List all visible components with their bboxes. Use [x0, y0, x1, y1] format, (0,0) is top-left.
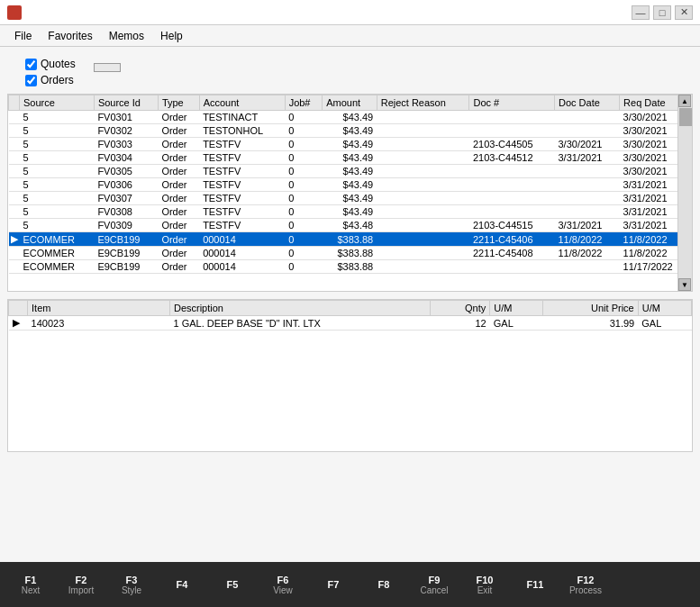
fkey-key-f8: F8 — [378, 579, 390, 590]
fkey-f12[interactable]: F12Process — [562, 573, 609, 597]
cell-source_id: FV0308 — [94, 205, 158, 219]
fkey-f7[interactable]: F7 — [310, 577, 357, 592]
cell-doc: 2103-C44512 — [469, 151, 555, 165]
cell-doc — [469, 192, 555, 205]
upper-scrollbar[interactable]: ▲ ▼ — [677, 95, 692, 291]
fkey-f2[interactable]: F2Import — [58, 573, 105, 597]
cell-source_id: E9CB199 — [94, 260, 158, 274]
scroll-down-arrow[interactable]: ▼ — [678, 278, 691, 291]
quotes-checkbox[interactable] — [25, 59, 37, 70]
cell-type: Order — [158, 219, 199, 232]
close-button[interactable]: ✕ — [675, 5, 693, 20]
cell-account: TESTFV — [199, 151, 285, 165]
cell-reject — [377, 138, 469, 151]
upper-table-row[interactable]: 5FV0302OrderTESTONHOL0$43.493/30/2021 — [9, 124, 692, 138]
menu-favorites[interactable]: Favorites — [41, 28, 99, 44]
cell-doc: 2211-C45406 — [469, 232, 555, 247]
upper-table-row[interactable]: ECOMMERE9CB199Order0000140$383.882211-C4… — [9, 247, 692, 260]
fkey-f10[interactable]: F10Exit — [461, 573, 508, 597]
cell-source_id: E9CB199 — [94, 232, 158, 247]
cell-source: 5 — [20, 111, 95, 124]
scroll-thumb[interactable] — [679, 108, 692, 126]
menu-bar: File Favorites Memos Help — [0, 25, 700, 47]
upper-table-row[interactable]: 5FV0303OrderTESTFV0$43.492103-C445053/30… — [9, 138, 692, 151]
col-doc: Doc # — [469, 95, 555, 111]
menu-memos[interactable]: Memos — [102, 28, 151, 44]
cell-doc_date — [554, 165, 619, 178]
cell-account: TESTFV — [199, 165, 285, 178]
cell-doc — [469, 111, 555, 124]
cell-account: TESTONHOL — [199, 124, 285, 138]
cell-source_id: FV0306 — [94, 178, 158, 192]
cell-doc_date: 3/30/2021 — [554, 138, 619, 151]
lower-col-arrow — [9, 301, 28, 316]
upper-table-row[interactable]: 5FV0306OrderTESTFV0$43.493/31/2021 — [9, 178, 692, 192]
cell-reject — [377, 247, 469, 260]
fkey-f4[interactable]: F4 — [159, 577, 205, 592]
upper-table-row[interactable]: ▶ECOMMERE9CB199Order0000140$383.882211-C… — [9, 232, 692, 247]
minimize-button[interactable]: — — [632, 5, 650, 20]
cell-reject — [377, 219, 469, 232]
fkey-f1[interactable]: F1Next — [7, 573, 54, 597]
upper-table-row[interactable]: 5FV0309OrderTESTFV0$43.482103-C445153/31… — [9, 219, 692, 232]
lower-cell-unit-price: 31.99 — [543, 316, 638, 331]
lower-table-header: Item Description Qnty U/M Unit Price U/M — [9, 301, 692, 316]
fkey-key-f9: F9 — [429, 575, 441, 585]
cell-doc_date — [554, 178, 619, 192]
cell-doc: 2211-C45408 — [469, 247, 555, 260]
menu-help[interactable]: Help — [153, 28, 190, 44]
cell-doc — [469, 205, 555, 219]
menu-file[interactable]: File — [7, 28, 39, 44]
fkey-f11[interactable]: F11 — [512, 577, 559, 592]
col-job: Job# — [285, 95, 323, 111]
maximize-button[interactable]: □ — [653, 5, 671, 20]
cell-reject — [377, 232, 469, 247]
upper-table-row[interactable]: 5FV0301OrderTESTINACT0$43.493/30/2021 — [9, 111, 692, 124]
cell-reject — [377, 260, 469, 274]
fkey-f9[interactable]: F9Cancel — [411, 573, 458, 597]
fkey-key-f2: F2 — [76, 575, 87, 585]
cell-source: 5 — [20, 124, 95, 138]
cell-job: 0 — [285, 219, 323, 232]
row-pointer-cell — [9, 219, 20, 232]
main-content: Quotes Orders Source Source Id Type Acco… — [0, 47, 700, 562]
row-pointer-cell — [9, 205, 20, 219]
cell-amount: $43.49 — [323, 178, 377, 192]
cell-account: TESTINACT — [199, 111, 285, 124]
row-pointer-cell — [9, 124, 20, 138]
cell-source_id: FV0301 — [94, 111, 158, 124]
cell-source: 5 — [20, 205, 95, 219]
cell-source: 5 — [20, 219, 95, 232]
fkey-f3[interactable]: F3Style — [108, 573, 155, 597]
lower-col-description: Description — [169, 301, 431, 316]
fkey-f6[interactable]: F6View — [259, 573, 306, 597]
cell-type: Order — [158, 165, 199, 178]
cell-doc_date — [554, 124, 619, 138]
cell-type: Order — [158, 111, 199, 124]
upper-table-row[interactable]: ECOMMERE9CB199Order0000140$383.8811/17/2… — [9, 260, 692, 274]
orders-checkbox[interactable] — [25, 75, 37, 86]
lower-table-container: Item Description Qnty U/M Unit Price U/M… — [7, 299, 693, 452]
upper-table-row[interactable]: 5FV0307OrderTESTFV0$43.493/31/2021 — [9, 192, 692, 205]
upper-table-row[interactable]: 5FV0304OrderTESTFV0$43.492103-C445123/31… — [9, 151, 692, 165]
selection-button[interactable] — [94, 63, 121, 72]
cell-doc_date — [554, 111, 619, 124]
upper-table-container: Source Source Id Type Account Job# Amoun… — [7, 94, 693, 292]
upper-table-row[interactable]: 5FV0305OrderTESTFV0$43.493/30/2021 — [9, 165, 692, 178]
row-pointer-cell — [9, 111, 20, 124]
cell-source: ECOMMER — [20, 247, 95, 260]
lower-table-row[interactable]: ▶1400231 GAL. DEEP BASE "D" INT. LTX12GA… — [9, 316, 692, 331]
cell-doc — [469, 165, 555, 178]
upper-table-row[interactable]: 5FV0308OrderTESTFV0$43.493/31/2021 — [9, 205, 692, 219]
cell-doc_date — [554, 205, 619, 219]
fkey-key-f6: F6 — [277, 575, 289, 585]
cell-source_id: FV0309 — [94, 219, 158, 232]
fkey-key-f4: F4 — [177, 579, 188, 590]
fkey-f5[interactable]: F5 — [209, 577, 256, 592]
lower-cell-um2: GAL — [638, 316, 691, 331]
scroll-up-arrow[interactable]: ▲ — [678, 95, 691, 107]
fkey-key-f12: F12 — [577, 575, 595, 585]
cell-reject — [377, 165, 469, 178]
cell-account: 000014 — [199, 260, 285, 274]
fkey-f8[interactable]: F8 — [360, 577, 407, 592]
